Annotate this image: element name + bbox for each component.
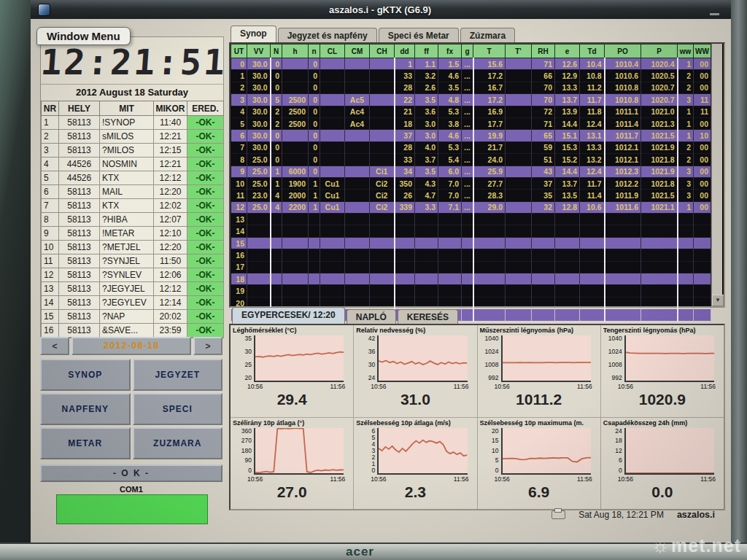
synop-table-frame: UTVVNhnCLCMCHddfffxgTT'RHeTdPOPwwWW030.0… (229, 42, 725, 308)
tab-napl[interactable]: NAPLÓ (347, 309, 396, 324)
tab-synop[interactable]: Synop (231, 26, 276, 42)
table-row[interactable]: 15 (231, 237, 711, 249)
tab-speci-s-metar[interactable]: Speci és Metar (379, 28, 459, 42)
table-row[interactable]: 1158113?SYNJEL11:50-OK- (42, 254, 224, 268)
synop-col-t: T' (506, 44, 532, 58)
table-row[interactable]: 358113?MILOS12:15-OK- (42, 144, 224, 158)
chart-current-value: 0.0 (603, 483, 721, 501)
table-row[interactable]: 18 (231, 273, 711, 285)
tab-z-zmara[interactable]: Zúzmara (460, 28, 515, 42)
next-day-button[interactable]: > (193, 337, 222, 355)
button-zuzmara[interactable]: ZUZMARA (133, 427, 223, 459)
table-row[interactable]: 444526NOSMIN12:21-OK- (42, 158, 224, 171)
table-row[interactable]: 1658113&SAVE...23:59-OK- (42, 324, 224, 338)
table-row[interactable]: 1058113?METJEL12:20-OK- (42, 241, 224, 254)
tab-jegyzet-s-napf-ny[interactable]: Jegyzet és napfény (278, 28, 377, 42)
button-napfeny[interactable]: NAPFENY (40, 393, 131, 425)
monitor-bezel-right (731, 0, 747, 560)
synop-col-ff: ff (415, 44, 438, 58)
table-row[interactable]: 19 (231, 285, 711, 297)
chart-l-gh-m-rs-klet-c: Léghőmérséklet (°C) 35302520 10:5611:56 … (231, 325, 353, 417)
chart-y-axis: 24181260 (603, 428, 624, 473)
table-row[interactable]: 16 (231, 249, 711, 261)
table-row[interactable]: 825.000333.75.4...24.05115.213.21012.110… (231, 154, 711, 166)
synop-col-cm: CM (345, 44, 370, 58)
table-row[interactable]: 258113sMILOS12:21-OK- (42, 130, 224, 144)
table-row[interactable]: 1458113?JEGYLEV12:14-OK- (42, 296, 224, 310)
com-status-indicator (56, 494, 208, 524)
chart-plot-row: 24181260 (603, 428, 721, 475)
table-row[interactable]: 1123.0420001Cu1Ci2264.77.0...28.33513.51… (231, 190, 711, 201)
chart-title: Szélirány 10p átlaga (°) (233, 419, 351, 427)
chart-current-value: 1011.2 (480, 391, 598, 408)
chart-title: Szélsebesség 10p átlaga (m/s) (356, 419, 474, 427)
window-titlebar[interactable]: aszalos.i - gKTX (G6.9) (31, 0, 731, 19)
chart-y-axis: 104010241008992 (480, 335, 501, 381)
chart-title: Relatív nedvesség (%) (356, 327, 474, 334)
table-row[interactable]: 658113MAIL12:20-OK- (42, 185, 224, 199)
table-row[interactable]: 758113KTX12:02-OK- (42, 199, 224, 213)
monitor-brand-logo: acer (346, 545, 374, 559)
table-row[interactable]: 030.00011.11.5...15.67112.610.41010.4102… (231, 58, 711, 70)
synop-col-fx: fx (438, 44, 462, 58)
table-row[interactable]: 530.0225000Ac4183.03.8...17.77114.412.41… (231, 117, 711, 129)
table-row[interactable]: 430.0225000Ac4213.65.3...16.97213.911.81… (231, 106, 711, 117)
table-row[interactable]: 158113!SYNOP11:40-OK- (42, 116, 224, 130)
chart-x-axis: 10:5611:56 (247, 383, 345, 390)
synop-col-ut: UT (231, 44, 247, 58)
table-row[interactable]: 1025.0119001Cu1Ci23504.37.0...27.73713.7… (231, 177, 711, 189)
table-row[interactable]: 1225.0422001Cu1Ci23393.37.1...29.03212.8… (231, 201, 711, 213)
table-row[interactable]: 1558113?NAP20:02-OK- (42, 310, 224, 324)
table-row[interactable]: 230.000282.63.5...16.77013.311.21010.810… (231, 82, 711, 93)
prev-day-button[interactable]: < (40, 337, 69, 355)
schedule-col-mikor: MIKOR (154, 101, 187, 116)
scroll-down-icon[interactable]: ▼ (712, 295, 724, 306)
window-menu-button[interactable]: Window Menu (36, 27, 131, 45)
schedule-col-nr: NR (42, 101, 59, 116)
chart-title: Tengerszinti légnyomás (hPa) (603, 327, 721, 334)
vertical-scrollbar[interactable]: ▼ (711, 44, 722, 306)
chart-csapad-k-sszeg-24h-mm: Csapadékösszeg 24h (mm) 24181260 10:5611… (601, 418, 724, 510)
ok-button[interactable]: - O K - (40, 464, 222, 482)
app-status-bar: Sat Aug 18, 12:21 PM aszalos.i (229, 508, 722, 522)
synop-header-row: UTVVNhnCLCMCHddfffxgTT'RHeTdPOPwwWW (231, 44, 711, 58)
table-row[interactable]: 925.0160000Ci1343.56.0...25.94314.412.41… (231, 166, 711, 177)
right-panel: SynopJegyzet és napfénySpeci és MetarZúz… (229, 19, 722, 524)
report-tabs: SynopJegyzet és napfénySpeci és MetarZúz… (231, 26, 515, 42)
report-buttons-grid: SYNOPJEGYZETNAPFENYSPECIMETARZUZMARA (40, 359, 222, 459)
button-jegyzet[interactable]: JEGYZET (133, 359, 223, 391)
table-row[interactable]: 858113?HIBA12:07-OK- (42, 213, 224, 227)
minimize-icon[interactable] (710, 13, 719, 15)
synop-col-po: PO (605, 44, 641, 58)
chart-title: Csapadékösszeg 24h (mm) (603, 419, 721, 427)
chart-x-axis: 10:5611:56 (247, 475, 345, 483)
printer-icon[interactable] (551, 510, 565, 519)
table-row[interactable]: 730.000284.05.3...21.75915.313.31012.110… (231, 141, 711, 153)
table-row[interactable]: 1358113?JEGYJEL12:12-OK- (42, 282, 224, 296)
chart-tengerszinti-l-gnyom-s-hpa: Tengerszinti légnyomás (hPa) 10401024100… (601, 325, 724, 417)
chart-y-axis: 6543210 (356, 428, 377, 473)
table-row[interactable]: 330.0525000Ac5223.54.8...17.27013.711.71… (231, 94, 711, 106)
tab-egypercesek-12-20[interactable]: EGYPERCESEK/ 12:20 (232, 307, 345, 324)
synop-col-t: T (473, 44, 506, 58)
table-row[interactable]: 1258113?SYNLEV12:06-OK- (42, 268, 224, 282)
table-row[interactable]: 630.000373.04.6...19.96515.113.11011.710… (231, 130, 711, 141)
tab-keres-s[interactable]: KERESÉS (398, 309, 458, 324)
table-row[interactable]: 958113!METAR12:10-OK- (42, 227, 224, 241)
synop-col-e: e (555, 44, 580, 58)
chart-plot-area (377, 335, 467, 382)
button-synop[interactable]: SYNOP (40, 359, 131, 391)
button-speci[interactable]: SPECI (133, 393, 223, 425)
chart-plot-area (501, 428, 591, 475)
table-row[interactable]: 130.000333.24.6...17.26612.910.81010.610… (231, 70, 711, 82)
chart-plot-row: 104010241008992 (603, 335, 721, 382)
table-row[interactable]: 14 (231, 225, 711, 237)
chart-current-value: 1020.9 (603, 391, 721, 408)
button-metar[interactable]: METAR (40, 427, 131, 459)
schedule-col-ered: ERED. (187, 101, 224, 116)
table-row[interactable]: 13 (231, 214, 711, 225)
table-row[interactable]: 17 (231, 261, 711, 273)
chart-current-value: 6.9 (480, 483, 598, 501)
chart-relat-v-nedvess-g: Relatív nedvesség (%) 42363024 10:5611:5… (354, 325, 476, 417)
table-row[interactable]: 544526KTX12:12-OK- (42, 171, 224, 185)
